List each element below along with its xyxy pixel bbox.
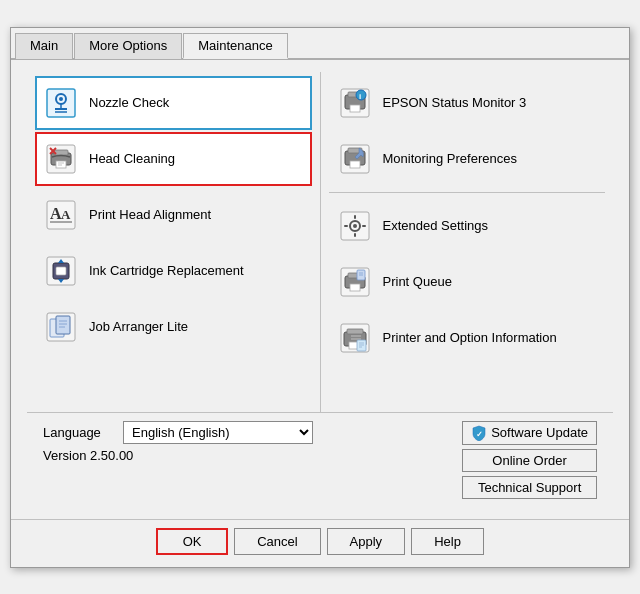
head-cleaning-label: Head Cleaning [89, 151, 175, 166]
software-update-button[interactable]: ✓ Software Update [462, 421, 597, 445]
svg-rect-44 [344, 225, 348, 227]
technical-support-button[interactable]: Technical Support [462, 476, 597, 499]
tab-more-options[interactable]: More Options [74, 33, 182, 59]
monitoring-prefs-item[interactable]: Monitoring Preferences [329, 132, 606, 186]
printer-option-info-label: Printer and Option Information [383, 330, 557, 345]
monitoring-prefs-icon [337, 141, 373, 177]
tab-bar: Main More Options Maintenance [11, 28, 629, 60]
two-column-layout: Nozzle Check [27, 72, 613, 412]
right-divider [329, 192, 606, 193]
printer-option-info-icon [337, 320, 373, 356]
ink-cartridge-label: Ink Cartridge Replacement [89, 263, 244, 278]
svg-rect-25 [56, 316, 70, 334]
svg-rect-45 [362, 225, 366, 227]
printer-option-info-item[interactable]: Printer and Option Information [329, 311, 606, 365]
nozzle-check-icon [43, 85, 79, 121]
language-select[interactable]: English (English) [123, 421, 313, 444]
svg-rect-9 [56, 161, 66, 168]
right-column: i EPSON Status Monitor 3 [321, 72, 614, 412]
extended-settings-icon [337, 208, 373, 244]
tab-maintenance[interactable]: Maintenance [183, 33, 287, 59]
print-head-alignment-item[interactable]: A A Print Head Alignment [35, 188, 312, 242]
tab-main[interactable]: Main [15, 33, 73, 59]
dialog: Main More Options Maintenance [10, 27, 630, 568]
cancel-button[interactable]: Cancel [234, 528, 320, 555]
bottom-area: Language English (English) Version 2.50.… [27, 412, 613, 503]
software-update-label: Software Update [491, 425, 588, 440]
svg-point-41 [353, 224, 357, 228]
head-cleaning-icon [43, 141, 79, 177]
epson-status-item[interactable]: i EPSON Status Monitor 3 [329, 76, 606, 130]
svg-point-2 [59, 97, 63, 101]
svg-rect-49 [350, 284, 360, 291]
extended-settings-label: Extended Settings [383, 218, 489, 233]
language-row: Language English (English) [43, 421, 462, 444]
epson-status-label: EPSON Status Monitor 3 [383, 95, 527, 110]
svg-rect-20 [56, 267, 66, 275]
svg-rect-38 [350, 161, 360, 168]
footer-buttons: OK Cancel Apply Help [11, 519, 629, 567]
job-arranger-icon [43, 309, 79, 345]
ink-cartridge-item[interactable]: Ink Cartridge Replacement [35, 244, 312, 298]
nozzle-check-label: Nozzle Check [89, 95, 169, 110]
bottom-row: Language English (English) Version 2.50.… [43, 421, 597, 499]
job-arranger-label: Job Arranger Lite [89, 319, 188, 334]
right-buttons: ✓ Software Update Online Order Technical… [462, 421, 597, 499]
print-queue-item[interactable]: Print Queue [329, 255, 606, 309]
svg-text:A: A [61, 207, 71, 222]
print-head-alignment-label: Print Head Alignment [89, 207, 211, 222]
ink-cartridge-icon [43, 253, 79, 289]
online-order-button[interactable]: Online Order [462, 449, 597, 472]
svg-text:✓: ✓ [476, 430, 483, 439]
print-queue-label: Print Queue [383, 274, 452, 289]
shield-icon: ✓ [471, 425, 487, 441]
svg-rect-55 [347, 329, 363, 334]
svg-rect-32 [350, 105, 360, 112]
version-text: Version 2.50.00 [43, 448, 462, 463]
svg-text:i: i [359, 92, 361, 101]
ok-button[interactable]: OK [156, 528, 228, 555]
language-label: Language [43, 425, 113, 440]
svg-rect-43 [354, 233, 356, 237]
svg-rect-8 [54, 150, 68, 155]
svg-rect-42 [354, 215, 356, 219]
job-arranger-item[interactable]: Job Arranger Lite [35, 300, 312, 354]
svg-rect-59 [357, 340, 366, 351]
epson-status-icon: i [337, 85, 373, 121]
main-content: Nozzle Check [11, 60, 629, 515]
print-queue-icon [337, 264, 373, 300]
nozzle-check-item[interactable]: Nozzle Check [35, 76, 312, 130]
left-bottom: Language English (English) Version 2.50.… [43, 421, 462, 463]
left-column: Nozzle Check [27, 72, 320, 412]
extended-settings-item[interactable]: Extended Settings [329, 199, 606, 253]
monitoring-prefs-label: Monitoring Preferences [383, 151, 517, 166]
print-head-alignment-icon: A A [43, 197, 79, 233]
apply-button[interactable]: Apply [327, 528, 406, 555]
head-cleaning-item[interactable]: Head Cleaning [35, 132, 312, 186]
help-button[interactable]: Help [411, 528, 484, 555]
